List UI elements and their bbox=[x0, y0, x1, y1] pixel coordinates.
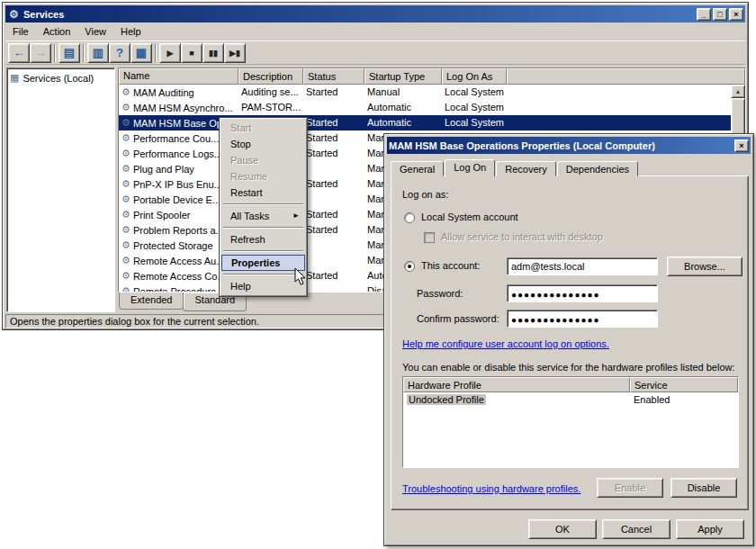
hardware-profile-service: Enabled bbox=[630, 392, 738, 408]
service-name: Performance Cou... bbox=[133, 133, 219, 144]
filler-cell bbox=[507, 100, 731, 115]
maximize-button[interactable]: □ bbox=[713, 8, 727, 21]
this-account-radio[interactable] bbox=[404, 261, 415, 272]
view-tab-extended[interactable]: Extended bbox=[119, 292, 184, 310]
context-menu-item-help[interactable]: Help bbox=[221, 278, 305, 294]
properties-toolbar-icon[interactable]: ▦ bbox=[130, 43, 152, 63]
service-name: Portable Device E... bbox=[133, 194, 220, 205]
hw-column-header-profile[interactable]: Hardware Profile bbox=[403, 377, 630, 392]
dialog-close-button[interactable]: × bbox=[734, 140, 749, 152]
menu-separator bbox=[223, 203, 303, 205]
description-cell: PAM-STOR... bbox=[238, 100, 303, 115]
context-menu-item-pause[interactable]: Pause bbox=[221, 152, 305, 168]
column-header-desc[interactable]: Description bbox=[238, 68, 303, 85]
context-menu-item-resume[interactable]: Resume bbox=[221, 168, 305, 184]
scroll-thumb[interactable] bbox=[731, 98, 745, 136]
service-gear-icon: ⚙ bbox=[122, 285, 130, 292]
startup-type-cell: Automatic bbox=[364, 115, 442, 130]
menu-item-label: Resume bbox=[230, 168, 267, 184]
filler-cell bbox=[507, 85, 731, 100]
minimize-button[interactable]: _ bbox=[697, 8, 711, 21]
stop-service-icon[interactable]: ■ bbox=[181, 43, 202, 63]
dialog-tab-general[interactable]: General bbox=[391, 161, 444, 176]
context-menu-item-refresh[interactable]: Refresh bbox=[221, 231, 305, 248]
service-name: MAM HSM Base Op... bbox=[133, 118, 230, 129]
dialog-tab-recovery[interactable]: Recovery bbox=[496, 161, 555, 176]
column-header-status[interactable]: Status bbox=[303, 68, 364, 85]
menu-view[interactable]: View bbox=[77, 24, 113, 39]
service-gear-icon: ⚙ bbox=[122, 132, 130, 144]
dialog-tab-dependencies[interactable]: Dependencies bbox=[557, 161, 638, 176]
local-system-radio[interactable] bbox=[404, 212, 415, 223]
password-input[interactable]: ●●●●●●●●●●●●●● bbox=[507, 284, 658, 302]
allow-desktop-checkbox[interactable] bbox=[424, 232, 435, 243]
table-row[interactable]: ⚙MAM HSM Asynchro...PAM-STOR...Automatic… bbox=[119, 100, 731, 115]
restart-service-icon[interactable]: ▶▮ bbox=[224, 43, 246, 63]
menu-action[interactable]: Action bbox=[36, 24, 78, 39]
hardware-profile-row[interactable]: Undocked ProfileEnabled bbox=[403, 392, 738, 408]
log-on-as-cell: Local System bbox=[442, 115, 507, 130]
service-gear-icon: ⚙ bbox=[122, 86, 130, 98]
hw-list-body: Undocked ProfileEnabled bbox=[403, 392, 738, 467]
status-bar-text: Opens the properties dialog box for the … bbox=[10, 316, 259, 327]
startup-type-cell: Automatic bbox=[364, 100, 442, 115]
apply-button[interactable]: Apply bbox=[676, 519, 744, 539]
pause-service-icon[interactable]: ▮▮ bbox=[202, 43, 224, 63]
ok-button[interactable]: OK bbox=[528, 519, 597, 539]
disable-button[interactable]: Disable bbox=[670, 478, 737, 498]
hw-column-header-service[interactable]: Service bbox=[630, 377, 738, 392]
service-gear-icon: ⚙ bbox=[122, 194, 130, 205]
menu-item-label: All Tasks bbox=[230, 208, 269, 224]
context-menu-item-restart[interactable]: Restart bbox=[221, 184, 305, 201]
browse-button[interactable]: Browse... bbox=[667, 256, 742, 276]
service-gear-icon: ⚙ bbox=[122, 209, 130, 220]
account-input[interactable]: adm@tests.local bbox=[507, 257, 658, 275]
column-header-startup[interactable]: Startup Type bbox=[364, 68, 442, 85]
column-header-name[interactable]: Name bbox=[119, 68, 238, 85]
name-cell: ⚙MAM Auditing bbox=[119, 85, 238, 100]
menu-item-label: Refresh bbox=[230, 231, 266, 248]
table-row[interactable]: ⚙MAM AuditingAuditing se...StartedManual… bbox=[119, 85, 731, 100]
status-cell: Started bbox=[303, 268, 364, 284]
dialog-title-bar[interactable]: MAM HSM Base Operations Properties (Loca… bbox=[387, 137, 751, 154]
confirm-password-input[interactable]: ●●●●●●●●●●●●●● bbox=[507, 310, 658, 328]
menu-separator bbox=[223, 274, 303, 275]
filler-cell bbox=[507, 115, 731, 130]
start-service-icon[interactable]: ▶ bbox=[159, 43, 181, 63]
menu-file[interactable]: File bbox=[5, 24, 36, 39]
tree-item-services-local[interactable]: ▦ Services (Local) bbox=[7, 68, 114, 87]
service-gear-icon: ⚙ bbox=[122, 239, 130, 251]
column-header-logon[interactable]: Log On As bbox=[442, 68, 507, 85]
close-button[interactable]: × bbox=[729, 8, 743, 21]
table-row[interactable]: ⚙MAM HSM Base Op...StartedAutomaticLocal… bbox=[119, 115, 731, 130]
menu-help[interactable]: Help bbox=[113, 24, 148, 39]
service-name: Remote Access Co... bbox=[133, 271, 226, 282]
dialog-tab-log-on[interactable]: Log On bbox=[445, 159, 495, 177]
dialog-tabs: GeneralLog OnRecoveryDependencies bbox=[391, 158, 639, 176]
service-name: Problem Reports a... bbox=[133, 225, 224, 236]
cancel-button[interactable]: Cancel bbox=[602, 519, 670, 539]
service-gear-icon: ⚙ bbox=[122, 224, 130, 236]
troubleshoot-link[interactable]: Troubleshooting using hardware profiles. bbox=[402, 483, 580, 494]
scroll-up-button[interactable]: ▲ bbox=[731, 85, 745, 98]
account-logon-help-link[interactable]: Help me configure user account log on op… bbox=[402, 338, 609, 349]
context-menu-item-properties[interactable]: Properties bbox=[221, 255, 305, 271]
context-menu-item-all-tasks[interactable]: All Tasks► bbox=[221, 208, 305, 224]
show-console-tree-icon[interactable]: ▤ bbox=[58, 43, 80, 63]
export-list-icon[interactable]: ▥ bbox=[87, 43, 109, 63]
menu-bar: FileActionViewHelp bbox=[5, 22, 745, 40]
enable-button[interactable]: Enable bbox=[597, 478, 663, 498]
forward-icon[interactable]: → bbox=[30, 43, 51, 63]
status-cell bbox=[303, 238, 364, 253]
hardware-profiles-list: Hardware ProfileService Undocked Profile… bbox=[402, 376, 739, 468]
log-on-tab-page: Log on as: Local System account Allow se… bbox=[391, 176, 749, 510]
context-menu-item-start[interactable]: Start bbox=[221, 120, 305, 136]
context-menu-item-stop[interactable]: Stop bbox=[221, 136, 305, 152]
list-header: NameDescriptionStatusStartup TypeLog On … bbox=[119, 68, 745, 85]
back-icon[interactable]: ← bbox=[8, 43, 30, 63]
title-bar[interactable]: ⚙ Services _□× bbox=[5, 5, 745, 22]
hw-profile-cell: Undocked Profile bbox=[403, 392, 630, 408]
service-gear-icon: ⚙ bbox=[122, 178, 130, 190]
help-icon[interactable]: ? bbox=[109, 43, 130, 63]
log-on-as-label: Log on as: bbox=[402, 189, 448, 200]
